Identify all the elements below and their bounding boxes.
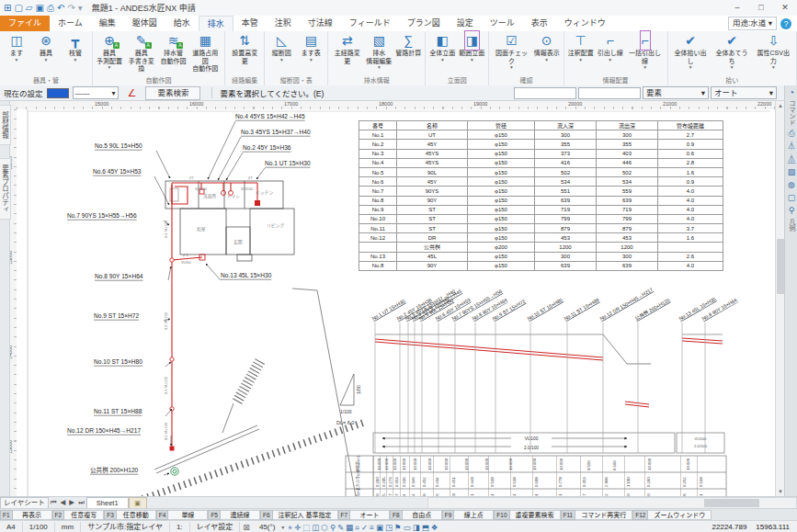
panel-tab-部材情報[interactable]: 部材情報 bbox=[0, 105, 11, 145]
status-tool-icon-11[interactable]: ▣ bbox=[376, 522, 383, 532]
value-input-2[interactable] bbox=[578, 87, 641, 99]
fkey-F7[interactable]: F7オート bbox=[338, 510, 391, 520]
status-tool-icon-9[interactable]: ✓ bbox=[361, 522, 368, 532]
status-tool-icon-10[interactable]: ≡ bbox=[370, 522, 374, 532]
ribbon-item-全体立面[interactable]: ◧全体立面▾ bbox=[427, 32, 457, 62]
status-tool-icon-6[interactable]: ✎ bbox=[337, 522, 344, 532]
ribbon-item-器具予測配置[interactable]: ⊕A器具 予測配置▾ bbox=[95, 32, 124, 70]
ribbon-item-引出し線[interactable]: ⌐引出し線▾ bbox=[596, 32, 625, 62]
qat-dropdown-icon[interactable]: ▾ bbox=[78, 1, 83, 15]
fkey-F1[interactable]: F1再表示 bbox=[0, 510, 52, 520]
fkey-F10[interactable]: F10重複要素検索 bbox=[494, 510, 560, 520]
new-file-icon[interactable]: ▢ bbox=[14, 1, 22, 15]
app-logo-icon[interactable]: ⊞ bbox=[4, 1, 11, 15]
auto-mode-select[interactable]: オート ▾ bbox=[711, 86, 777, 99]
ribbon-item-全体あてうち[interactable]: ✔全体あてうち▾ bbox=[712, 32, 753, 70]
color-swatch[interactable] bbox=[47, 88, 69, 98]
ribbon-item-枝管[interactable]: ┳枝管▾ bbox=[61, 32, 90, 62]
ribbon-item-設置高変更[interactable]: ⇅設置高変更 bbox=[227, 32, 262, 65]
right-panel-top-label[interactable]: コマンド bbox=[787, 100, 796, 126]
maximize-button[interactable]: □ bbox=[749, 1, 773, 16]
ribbon-item-範囲立面[interactable]: ◨範囲立面▾ bbox=[457, 32, 486, 62]
ribbon-item-排水管自動作図[interactable]: ≋A排水管 自動作図 bbox=[159, 32, 188, 65]
fkey-F9[interactable]: F9線上点 bbox=[442, 510, 495, 520]
print-preview-icon[interactable]: ⎙ bbox=[788, 129, 794, 139]
snap-restriction-icon[interactable]: ⊠ bbox=[240, 523, 253, 532]
ribbon-item-主経路変更[interactable]: ⇄主経路変更 bbox=[330, 32, 364, 65]
fkey-F6[interactable]: F6注釈記入 基準指定 bbox=[260, 510, 338, 520]
drawing-canvas[interactable]: No.4 45YS 15×H42→H45No.3 45YS 15×H37→H40… bbox=[17, 109, 775, 496]
fkey-F12[interactable]: F12ズームウィンドウ bbox=[632, 510, 712, 520]
undo-icon[interactable]: ↶ bbox=[57, 1, 64, 15]
save-icon[interactable]: ▣ bbox=[36, 1, 44, 15]
tab-ツール[interactable]: ツール bbox=[482, 16, 523, 31]
ribbon-item-図面チェック[interactable]: ☑図面チェック▾ bbox=[491, 32, 531, 70]
ribbon-item-属性CSV出力[interactable]: ⇩属性CSV出力▾ bbox=[753, 32, 794, 70]
status-tool-icon-16[interactable]: ⬒ bbox=[422, 522, 429, 532]
status-tool-icon-13[interactable]: ⚑ bbox=[394, 522, 402, 532]
status-tool-icon-8[interactable]: ⌗ bbox=[355, 522, 359, 532]
tab-本管[interactable]: 本管 bbox=[233, 16, 267, 31]
element-search-button[interactable]: 要素検索 bbox=[145, 86, 200, 100]
network-tree-icon[interactable]: ⏅ bbox=[787, 154, 795, 164]
ribbon-item-一括引出し線[interactable]: ⌐一括引出し線▾ bbox=[625, 32, 666, 70]
ribbon-item-管路計算[interactable]: ∑管路計算 bbox=[393, 32, 423, 58]
tab-排水[interactable]: 排水 bbox=[199, 16, 233, 31]
status-tool-icon-14[interactable]: ▭ bbox=[404, 522, 411, 532]
help-icon[interactable]: ? bbox=[780, 18, 791, 29]
redo-icon[interactable]: ↷ bbox=[67, 1, 74, 15]
panel-tab-要素プロパティ[interactable]: 要素プロパティ bbox=[0, 158, 11, 220]
pen-icon[interactable]: ∠ bbox=[128, 87, 137, 99]
site-tree-icon[interactable]: ⏃ bbox=[787, 141, 795, 152]
tab-ファイル[interactable]: ファイル bbox=[0, 16, 50, 31]
map-icon[interactable]: ◍ bbox=[788, 180, 795, 190]
status-tool-icon-5[interactable]: ⚲ bbox=[330, 522, 336, 532]
tab-注釈[interactable]: 注釈 bbox=[267, 16, 300, 31]
tab-フィールド[interactable]: フィールド bbox=[341, 16, 399, 31]
tab-ホーム[interactable]: ホーム bbox=[50, 16, 91, 31]
ribbon-item-器具手書き変換[interactable]: ✎A器具 手書き変換 bbox=[124, 32, 159, 74]
ribbon-item-注釈配置[interactable]: ⊤注釈配置▾ bbox=[566, 32, 596, 62]
ribbon-item-情報表示[interactable]: ⊙情報表示▾ bbox=[532, 32, 562, 62]
fkey-F2[interactable]: F2任意複写 bbox=[52, 510, 105, 520]
image-icon[interactable]: ▧ bbox=[788, 167, 796, 177]
tab-プラン図[interactable]: プラン図 bbox=[399, 16, 449, 31]
value-input-1[interactable] bbox=[514, 87, 576, 99]
status-tool-icon-3[interactable]: ◫ bbox=[312, 522, 319, 532]
compass-icon[interactable]: ◔ bbox=[789, 87, 794, 97]
ribbon-item-縦断図[interactable]: ◺縦断図▾ bbox=[267, 32, 296, 62]
usage-dropdown[interactable]: 用途:水道 ▾ bbox=[728, 17, 777, 30]
snap-angle[interactable]: 45(°) bbox=[253, 522, 281, 532]
element-mode-select[interactable]: 要素 ▾ bbox=[643, 86, 709, 99]
status-tool-icon-4[interactable]: ⬡ bbox=[321, 522, 327, 532]
tab-ウィンドウ[interactable]: ウィンドウ bbox=[556, 16, 614, 31]
tab-給水[interactable]: 給水 bbox=[165, 16, 199, 31]
magnifier-icon[interactable]: ⚲ bbox=[789, 206, 795, 216]
fkey-F5[interactable]: F5連続線 bbox=[208, 510, 260, 520]
fkey-F4[interactable]: F4単線 bbox=[156, 510, 209, 520]
close-button[interactable]: ✕ bbox=[773, 1, 797, 16]
horizontal-scroll-thumb[interactable] bbox=[704, 499, 759, 507]
fkey-F8[interactable]: F8自由点 bbox=[390, 510, 442, 520]
status-tool-icon-1[interactable]: ✛ bbox=[294, 522, 301, 532]
status-segment-4[interactable]: 1: bbox=[170, 522, 190, 532]
vertical-scroll-thumb[interactable] bbox=[777, 239, 784, 294]
ribbon-item-道路占用図自動作図[interactable]: ▦道路占用図 自動作図 bbox=[188, 32, 223, 74]
tab-編集[interactable]: 編集 bbox=[91, 16, 124, 31]
status-tool-icon-2[interactable]: ⬚ bbox=[302, 522, 310, 532]
status-tool-icon-12[interactable]: ◳ bbox=[385, 522, 393, 532]
status-segment-5[interactable]: レイヤ設定 bbox=[190, 522, 241, 532]
ribbon-item-全体拾い出し[interactable]: ✔全体拾い出し▾ bbox=[670, 32, 712, 70]
status-tool-icon-0[interactable]: ⌖ bbox=[288, 522, 292, 532]
status-tool-icon-15[interactable]: ◨ bbox=[413, 522, 420, 532]
monitor-icon[interactable]: ▢ bbox=[788, 193, 796, 203]
status-tool-icon-17[interactable]: ❖ bbox=[431, 522, 438, 532]
linestyle-dropdown[interactable]: —— ▾ bbox=[73, 86, 119, 99]
tab-寸法線[interactable]: 寸法線 bbox=[300, 16, 341, 31]
minimize-button[interactable]: – bbox=[725, 1, 749, 16]
tab-躯体図[interactable]: 躯体図 bbox=[124, 16, 165, 31]
fkey-F3[interactable]: F3任意移動 bbox=[104, 510, 156, 520]
status-segment-3[interactable]: サンプル市:指定レイヤ bbox=[81, 522, 170, 532]
ribbon-item-ます[interactable]: ◫ます▾ bbox=[2, 32, 31, 62]
tab-設定[interactable]: 設定 bbox=[449, 16, 482, 31]
